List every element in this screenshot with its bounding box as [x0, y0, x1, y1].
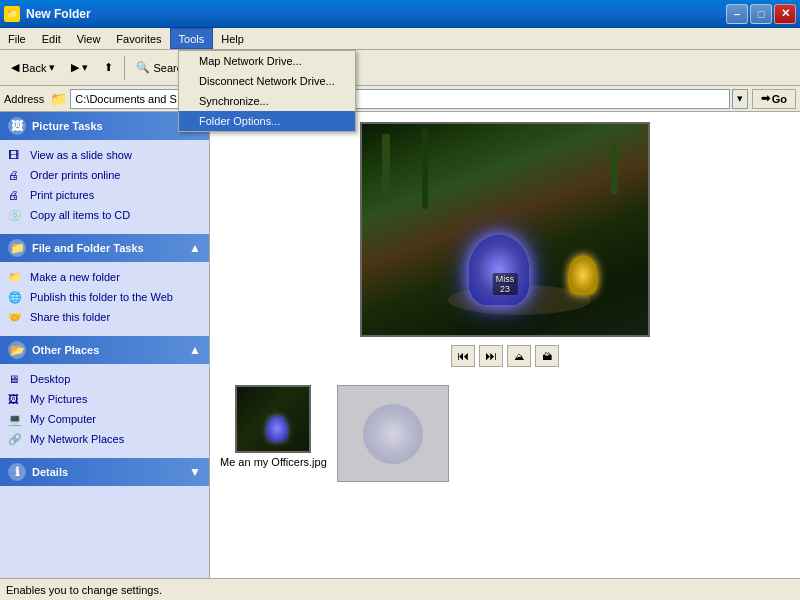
- main-area: 🖼 Picture Tasks ▲ 🎞 View as a slide show…: [0, 112, 800, 578]
- image-viewer: Miss23 ⏮ ⏭ ⛰ 🏔: [210, 112, 800, 377]
- status-bar: Enables you to change settings.: [0, 578, 800, 600]
- print-pictures-link[interactable]: 🖨 Print pictures: [8, 186, 201, 206]
- publish-icon: 🌐: [8, 290, 24, 306]
- close-button[interactable]: ✕: [774, 4, 796, 24]
- maximize-button[interactable]: □: [750, 4, 772, 24]
- tools-dropdown-menu: Map Network Drive... Disconnect Network …: [178, 50, 356, 132]
- next-button[interactable]: ⏭: [479, 345, 503, 367]
- go-button[interactable]: ➡ Go: [752, 89, 796, 109]
- print-icon: 🖨: [8, 188, 24, 204]
- my-pictures-link[interactable]: 🖼 My Pictures: [8, 390, 201, 410]
- menu-map-network-drive[interactable]: Map Network Drive...: [179, 51, 355, 71]
- details-toggle: ▼: [189, 465, 201, 479]
- file-folder-tasks-title: 📁 File and Folder Tasks: [8, 239, 144, 257]
- toolbar-separator-1: [124, 56, 125, 80]
- address-bar: Address 📁 C:\Documents and S ▾ ➡ Go: [0, 86, 800, 112]
- zoom-out-button[interactable]: 🏔: [535, 345, 559, 367]
- make-new-folder-link[interactable]: 📁 Make a new folder: [8, 268, 201, 288]
- copy-to-cd-label: Copy all items to CD: [30, 208, 130, 222]
- menu-disconnect-network-drive[interactable]: Disconnect Network Drive...: [179, 71, 355, 91]
- sidebar: 🖼 Picture Tasks ▲ 🎞 View as a slide show…: [0, 112, 210, 578]
- up-button[interactable]: ⬆: [97, 57, 120, 78]
- picture-tasks-content: 🎞 View as a slide show 🖨 Order prints on…: [0, 140, 209, 232]
- share-icon: 🤝: [8, 310, 24, 326]
- thumbnail-item-1: Me an my Officers.jpg: [220, 385, 327, 468]
- slideshow-icon: 🎞: [8, 148, 24, 164]
- share-folder-link[interactable]: 🤝 Share this folder: [8, 308, 201, 328]
- menu-item-edit[interactable]: Edit: [34, 28, 69, 49]
- prev-button[interactable]: ⏮: [451, 345, 475, 367]
- other-places-title: 📂 Other Places: [8, 341, 99, 359]
- window-title: New Folder: [26, 7, 91, 21]
- title-bar: 📁 New Folder – □ ✕: [0, 0, 800, 28]
- details-icon: ℹ: [8, 463, 26, 481]
- slideshow-link[interactable]: 🎞 View as a slide show: [8, 146, 201, 166]
- other-places-toggle: ▲: [189, 343, 201, 357]
- back-arrow-icon: ◀: [11, 61, 19, 74]
- file-folder-tasks-toggle: ▲: [189, 241, 201, 255]
- back-button[interactable]: ◀ Back ▾: [4, 57, 62, 78]
- share-folder-label: Share this folder: [30, 310, 110, 324]
- picture-tasks-title: 🖼 Picture Tasks: [8, 117, 103, 135]
- menu-item-view[interactable]: View: [69, 28, 109, 49]
- address-folder-icon: 📁: [50, 91, 67, 107]
- menu-item-help[interactable]: Help: [213, 28, 252, 49]
- my-pictures-label: My Pictures: [30, 392, 87, 406]
- status-text: Enables you to change settings.: [6, 584, 162, 596]
- other-places-icon: 📂: [8, 341, 26, 359]
- menu-synchronize[interactable]: Synchronize...: [179, 91, 355, 111]
- title-controls: – □ ✕: [726, 4, 796, 24]
- other-places-label: Other Places: [32, 344, 99, 356]
- my-computer-link[interactable]: 💻 My Computer: [8, 410, 201, 430]
- publish-folder-link[interactable]: 🌐 Publish this folder to the Web: [8, 288, 201, 308]
- file-folder-tasks-icon: 📁: [8, 239, 26, 257]
- print-label: Print pictures: [30, 188, 94, 202]
- network-label: My Network Places: [30, 432, 124, 446]
- other-places-header[interactable]: 📂 Other Places ▲: [0, 336, 209, 364]
- thumbnail-image-1[interactable]: [235, 385, 311, 453]
- toolbar: ◀ Back ▾ ▶ ▾ ⬆ 🔍 Search 📁 Folders ▦ View…: [0, 50, 800, 86]
- my-computer-label: My Computer: [30, 412, 96, 426]
- thumbnails-area: Me an my Officers.jpg: [210, 377, 800, 490]
- menu-bar: File Edit View Favorites Tools Help: [0, 28, 800, 50]
- thumbnail-label-1: Me an my Officers.jpg: [220, 456, 327, 468]
- back-dropdown-icon: ▾: [49, 61, 55, 74]
- copy-to-cd-link[interactable]: 💿 Copy all items to CD: [8, 206, 201, 226]
- window-icon: 📁: [4, 6, 20, 22]
- menu-item-favorites[interactable]: Favorites: [108, 28, 169, 49]
- address-dropdown-button[interactable]: ▾: [732, 89, 748, 109]
- slideshow-label: View as a slide show: [30, 148, 132, 162]
- title-left: 📁 New Folder: [4, 6, 91, 22]
- menu-folder-options[interactable]: Folder Options...: [179, 111, 355, 131]
- forward-dropdown-icon: ▾: [82, 61, 88, 74]
- main-image: Miss23: [360, 122, 650, 337]
- my-network-places-link[interactable]: 🔗 My Network Places: [8, 430, 201, 450]
- desktop-label: Desktop: [30, 372, 70, 386]
- zoom-in-button[interactable]: ⛰: [507, 345, 531, 367]
- cd-icon: 💿: [8, 208, 24, 224]
- placeholder-icon: [363, 404, 423, 464]
- minimize-button[interactable]: –: [726, 4, 748, 24]
- order-prints-icon: 🖨: [8, 168, 24, 184]
- thumbnail-image-2[interactable]: [337, 385, 449, 482]
- address-input[interactable]: C:\Documents and S: [70, 89, 729, 109]
- file-folder-tasks-header[interactable]: 📁 File and Folder Tasks ▲: [0, 234, 209, 262]
- forward-arrow-icon: ▶: [71, 61, 79, 74]
- menu-item-tools[interactable]: Tools: [170, 28, 214, 49]
- desktop-link[interactable]: 🖥 Desktop: [8, 370, 201, 390]
- forward-button[interactable]: ▶ ▾: [64, 57, 95, 78]
- new-folder-icon: 📁: [8, 270, 24, 286]
- thumbnail-item-2: [337, 385, 449, 482]
- details-header[interactable]: ℹ Details ▼: [0, 458, 209, 486]
- address-value: C:\Documents and S: [75, 93, 177, 105]
- order-prints-label: Order prints online: [30, 168, 121, 182]
- order-prints-link[interactable]: 🖨 Order prints online: [8, 166, 201, 186]
- picture-tasks-label: Picture Tasks: [32, 120, 103, 132]
- content-area: Miss23 ⏮ ⏭ ⛰ 🏔 Me an: [210, 112, 800, 578]
- desktop-icon: 🖥: [8, 372, 24, 388]
- picture-tasks-icon: 🖼: [8, 117, 26, 135]
- details-label: Details: [32, 466, 68, 478]
- menu-item-file[interactable]: File: [0, 28, 34, 49]
- other-places-section: 📂 Other Places ▲ 🖥 Desktop 🖼 My Pictures…: [0, 336, 209, 456]
- file-folder-tasks-label: File and Folder Tasks: [32, 242, 144, 254]
